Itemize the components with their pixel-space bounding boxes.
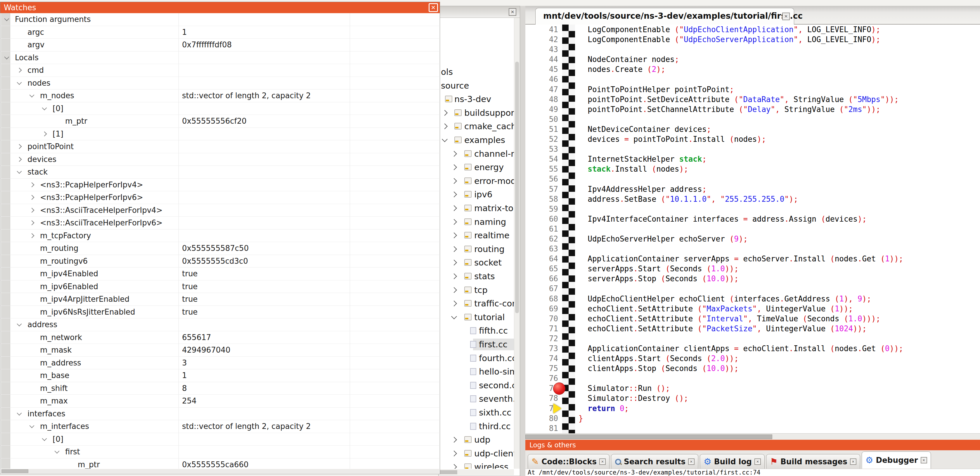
line-number[interactable]: 81	[525, 423, 562, 433]
watch-row[interactable]: argv0x7fffffffdf08	[0, 38, 439, 51]
expand-icon[interactable]	[451, 192, 457, 197]
code-area[interactable]: 41 LogComponentEnable ("UdpEchoClientApp…	[525, 24, 980, 433]
expand-icon[interactable]	[30, 208, 35, 212]
watch-row[interactable]: Function arguments	[0, 13, 439, 26]
expand-icon[interactable]	[451, 151, 457, 157]
line-number[interactable]: 67	[525, 284, 562, 294]
line-number[interactable]: 62	[525, 234, 562, 244]
tree-item-third-cc[interactable]: third.cc	[439, 420, 514, 433]
expand-icon[interactable]	[451, 287, 457, 293]
watch-row[interactable]: devices	[0, 153, 439, 166]
watch-row[interactable]: m_ptr0x55555556cf20	[0, 115, 439, 128]
close-icon[interactable]: ✕	[754, 458, 761, 465]
line-number[interactable]: 72	[525, 334, 562, 343]
expand-icon[interactable]	[17, 68, 22, 73]
breakpoint-gutter-cell[interactable]	[562, 423, 575, 433]
tree-item-buildsupport[interactable]: buildsupport	[439, 107, 514, 119]
line-number[interactable]: 51	[525, 124, 562, 134]
line-number[interactable]: 63	[525, 244, 562, 254]
watch-row[interactable]: m_ipv4ArpJitterEnabledtrue	[0, 293, 439, 306]
line-number[interactable]: 76	[525, 373, 562, 383]
watch-row[interactable]: [1]	[0, 128, 439, 141]
collapse-icon[interactable]	[17, 80, 22, 85]
tree-item-error-model[interactable]: error-model	[439, 175, 514, 187]
logs-tab-code-blocks[interactable]: ✎Code::Blocks✕	[528, 454, 609, 469]
tree-item-routing[interactable]: routing	[439, 243, 514, 255]
expand-icon[interactable]	[451, 246, 457, 252]
breakpoint-gutter-cell[interactable]	[562, 94, 575, 104]
watch-row[interactable]: m_base1	[0, 369, 439, 382]
watch-row[interactable]: m_interfacesstd::vector of length 2, cap…	[0, 420, 439, 433]
scrollbar-thumb[interactable]	[439, 470, 457, 474]
collapse-icon[interactable]	[30, 93, 35, 97]
expand-icon[interactable]	[451, 165, 457, 170]
tree-item-ols[interactable]: ols	[439, 66, 514, 78]
tree-item-fourth-cc[interactable]: fourth.cc	[439, 352, 514, 364]
breakpoint-gutter-cell[interactable]	[562, 54, 575, 64]
tree-item-examples[interactable]: examples	[439, 134, 514, 146]
line-number[interactable]: 78	[525, 393, 562, 403]
watch-row[interactable]: interfaces	[0, 407, 439, 420]
watch-row[interactable]: m_ptr0x5555555ca660	[0, 458, 439, 469]
breakpoint-gutter-cell[interactable]	[562, 144, 575, 154]
line-number[interactable]: 55	[525, 164, 562, 174]
logs-tab-search-results[interactable]: Search results✕	[611, 454, 698, 469]
collapse-icon[interactable]	[42, 436, 47, 441]
tree-item-ipv6[interactable]: ipv6	[439, 188, 514, 201]
tree-horizontal-scrollbar[interactable]	[439, 469, 514, 475]
breakpoint-gutter-cell[interactable]	[562, 85, 575, 94]
tree-item-tutorial[interactable]: tutorial	[439, 311, 514, 323]
close-icon[interactable]: ✕	[599, 458, 606, 465]
collapse-icon[interactable]	[5, 54, 10, 59]
breakpoint-gutter-cell[interactable]	[562, 284, 575, 294]
collapse-icon[interactable]	[17, 322, 22, 327]
breakpoint-gutter-cell[interactable]	[562, 234, 575, 244]
breakpoint-gutter-cell[interactable]	[562, 244, 575, 254]
tree-vertical-scrollbar[interactable]	[514, 18, 520, 469]
tree-item-hello-simul[interactable]: hello-simul	[439, 366, 514, 378]
tree-item-source[interactable]: source	[439, 80, 514, 92]
line-number[interactable]: 68	[525, 294, 562, 304]
breakpoint-gutter-cell[interactable]	[562, 294, 575, 304]
breakpoint-gutter-cell[interactable]	[562, 134, 575, 144]
close-icon[interactable]: ✕	[782, 13, 790, 20]
expand-icon[interactable]	[30, 233, 35, 238]
close-icon[interactable]: ✕	[429, 3, 438, 12]
watch-row[interactable]: m_ipv4Enabledtrue	[0, 268, 439, 280]
tree-item-second-cc[interactable]: second.cc	[439, 379, 514, 391]
breakpoint-gutter-cell[interactable]	[562, 104, 575, 114]
line-number[interactable]: 71	[525, 324, 562, 334]
tree-item-cmake-cache[interactable]: cmake_cache	[439, 120, 514, 133]
breakpoint-gutter-cell[interactable]	[562, 74, 575, 84]
expand-icon[interactable]	[451, 437, 457, 442]
tree-item-seventh-cc[interactable]: seventh.cc	[439, 393, 514, 405]
breakpoint-gutter-cell[interactable]	[562, 254, 575, 264]
line-number[interactable]: 56	[525, 174, 562, 184]
expand-icon[interactable]	[451, 232, 457, 238]
line-number[interactable]: 57	[525, 184, 562, 194]
line-number[interactable]: 61	[525, 224, 562, 234]
expand-icon[interactable]	[451, 260, 457, 265]
watch-row[interactable]: [0]	[0, 433, 439, 446]
watch-row[interactable]: stack	[0, 166, 439, 179]
expand-icon[interactable]	[451, 450, 457, 457]
line-number[interactable]: 45	[525, 64, 562, 74]
expand-icon[interactable]	[442, 110, 448, 116]
tree-item-stats[interactable]: stats	[439, 270, 514, 283]
line-number[interactable]: 53	[525, 144, 562, 154]
line-number[interactable]: 65	[525, 264, 562, 274]
breakpoint-gutter-cell[interactable]	[562, 45, 575, 54]
line-number[interactable]: 70	[525, 314, 562, 324]
collapse-icon[interactable]	[451, 313, 457, 319]
tree-item-naming[interactable]: naming	[439, 216, 514, 228]
tree-item-matrix-topolo[interactable]: matrix-topolo	[439, 202, 514, 214]
watch-row[interactable]: first	[0, 446, 439, 458]
watch-row[interactable]: <ns3::AsciiTraceHelperForIpv4>	[0, 204, 439, 217]
line-number[interactable]: 46	[525, 74, 562, 84]
breakpoint-gutter-cell[interactable]	[562, 184, 575, 194]
line-number[interactable]: 49	[525, 104, 562, 114]
watch-row[interactable]: <ns3::AsciiTraceHelperForIpv6>	[0, 217, 439, 230]
breakpoint-gutter-cell[interactable]	[562, 154, 575, 164]
collapse-icon[interactable]	[442, 136, 448, 142]
line-number[interactable]: 75	[525, 363, 562, 373]
